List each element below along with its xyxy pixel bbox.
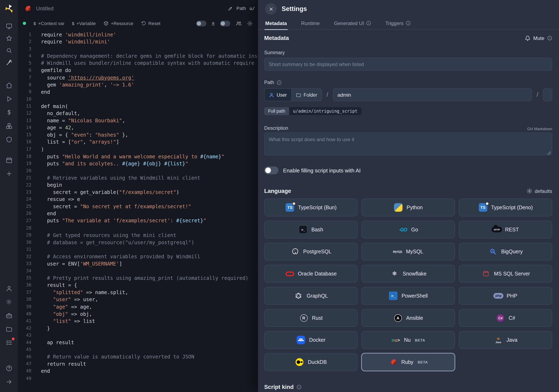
resize-handle-icon[interactable] (547, 151, 551, 155)
language-typescript-deno-[interactable]: TSTypeScript (Deno) (459, 199, 552, 216)
language-oracle-database[interactable]: Oracle Database (264, 265, 358, 283)
language-label: Python (407, 204, 423, 210)
sidebar-item-wand[interactable] (3, 57, 15, 68)
sidebar-item-calendar[interactable] (3, 155, 15, 165)
language-bash[interactable]: >_Bash (264, 221, 358, 238)
language-go[interactable]: -GOGo (362, 221, 455, 238)
language-ansible[interactable]: AAnsible (362, 309, 455, 327)
code-line: 20 (18, 167, 258, 174)
language-duckdb[interactable]: DuckDB (264, 353, 358, 371)
blocks-icon (6, 122, 12, 129)
language-powershell[interactable]: >_PowerShell (362, 287, 455, 305)
language-ruby[interactable]: RubyBETA (362, 353, 455, 371)
info-icon (547, 36, 552, 41)
code-line: 14 age = 42, (18, 124, 258, 131)
sidebar-item-play[interactable] (3, 93, 15, 104)
language-java[interactable]: ≋JavaJava (459, 331, 552, 349)
mssql-icon (481, 269, 491, 278)
sidebar-item-help[interactable] (3, 363, 15, 374)
language-php[interactable]: phpPHP (459, 287, 552, 305)
sidebar-item-blocks[interactable] (3, 120, 15, 131)
tab-runtime[interactable]: Runtime (300, 18, 320, 30)
path-button[interactable]: Path (236, 6, 246, 11)
windmill-logo[interactable] (4, 3, 14, 13)
sidebar-item-dollar[interactable] (3, 107, 15, 118)
sidebar-item-grid[interactable] (3, 337, 15, 348)
editor-toggle-1[interactable] (196, 20, 206, 26)
add-resource-button[interactable]: +Resource (103, 21, 133, 26)
sidebar-item-shield[interactable] (3, 134, 15, 145)
path-separator: / (537, 91, 538, 98)
live-status-dot (23, 22, 26, 25)
defaults-button[interactable]: defaults (526, 188, 552, 194)
line-number: 4 (18, 53, 31, 60)
java-icon: ≋Java (494, 335, 503, 345)
sidebar-item-plus[interactable] (3, 168, 15, 179)
code-line: 9end (18, 88, 258, 96)
language-ms-sql-server[interactable]: MS SQL Server (459, 265, 552, 283)
mute-button[interactable]: Mute (525, 35, 552, 41)
code-line: 3 (18, 45, 258, 53)
sidebar-item-case[interactable] (3, 310, 15, 321)
path-separator: / (326, 91, 328, 98)
sidebar-item-search[interactable] (3, 45, 15, 56)
language-python[interactable]: Python (362, 199, 455, 216)
summary-label: Summary (264, 50, 552, 55)
docker-icon (296, 335, 306, 345)
path-value-input[interactable]: u/ (250, 6, 255, 11)
language-typescript-bun-[interactable]: TSTypeScript (Bun) (264, 199, 358, 216)
language-postgresql[interactable]: PostgreSQL (264, 243, 358, 261)
ai-fill-toggle[interactable] (264, 166, 279, 174)
language-rest[interactable]: HTTPREST (459, 221, 552, 238)
line-number: 12 (18, 110, 31, 117)
close-settings-button[interactable] (265, 3, 277, 15)
code-line: 25 secret = "No secret yet at f/examples… (18, 203, 258, 210)
help-icon (6, 365, 12, 372)
editor-settings-gear-icon[interactable] (247, 20, 253, 26)
sidebar-item-home[interactable] (3, 80, 15, 91)
tab-generated-ui[interactable]: Generated UI (333, 18, 372, 30)
tab-label: Triggers (385, 20, 403, 26)
language-snowflake[interactable]: ❄Snowflake (362, 265, 455, 283)
line-number: 15 (18, 131, 31, 138)
path-name-input[interactable] (543, 88, 552, 101)
tab-triggers[interactable]: Triggers (385, 18, 411, 30)
sidebar-item-folder[interactable] (3, 324, 15, 335)
language-label: BigQuery (501, 249, 523, 255)
language-docker[interactable]: Docker (264, 331, 358, 349)
tab-metadata[interactable]: Metadata (265, 18, 288, 30)
language-graphql[interactable]: GraphQL (264, 287, 358, 305)
sidebar-item-arrow-right[interactable] (3, 376, 15, 387)
sidebar-item-user[interactable] (3, 283, 15, 294)
line-number: 43 (18, 332, 31, 339)
language-nu[interactable]: nu>NuBETA (362, 331, 455, 349)
path-owner-input[interactable] (333, 88, 532, 101)
code-editor[interactable]: 1require 'windmill/inline'2require 'wind… (18, 30, 258, 392)
language-bigquery[interactable]: BigQuery (459, 243, 552, 261)
language-c-[interactable]: C#C# (459, 309, 552, 327)
sidebar-item-apps[interactable] (3, 21, 15, 31)
sidebar-top-group (3, 19, 15, 69)
reset-button[interactable]: Reset (141, 21, 160, 26)
line-number: 49 (18, 375, 31, 382)
add-context-var-button[interactable]: $+Context var (34, 21, 64, 26)
language-label: MS SQL Server (494, 271, 530, 277)
owner-kind-folder-button[interactable]: Folder (291, 89, 322, 101)
sidebar-item-star[interactable] (3, 33, 15, 44)
code-line: 28 (18, 224, 258, 232)
sidebar-item-gear[interactable] (3, 297, 15, 307)
diff-icon[interactable]: ± (212, 20, 214, 26)
language-rust[interactable]: RRust (264, 309, 358, 327)
duckdb-icon (295, 357, 304, 367)
owner-kind-user-button[interactable]: User (265, 89, 291, 101)
code-line: 7 source 'https://rubygems.org' (18, 74, 258, 81)
code-line: 11def main( (18, 103, 258, 110)
language-mysql[interactable]: MySQLMySQL (362, 243, 455, 261)
script-title-input[interactable]: Untitled (36, 6, 54, 11)
editor-toggle-2[interactable] (220, 20, 230, 26)
python-icon (394, 203, 403, 212)
add-variable-button[interactable]: $+Variable (72, 21, 96, 26)
description-textarea[interactable] (264, 133, 552, 155)
summary-input[interactable] (264, 58, 552, 71)
collaborators-icon[interactable] (236, 20, 242, 26)
